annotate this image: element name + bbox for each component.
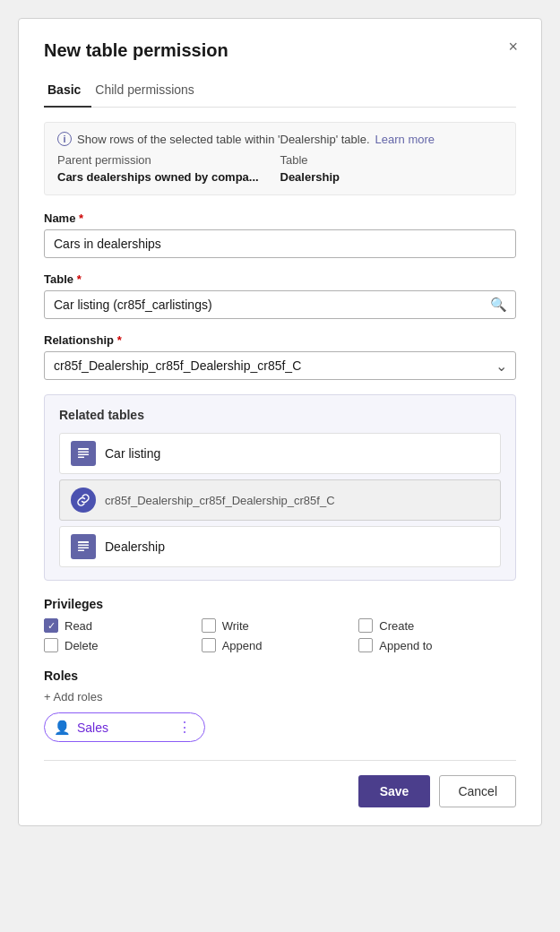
save-button[interactable]: Save bbox=[358, 775, 431, 807]
dialog-title: New table permission bbox=[44, 40, 516, 61]
delete-label: Delete bbox=[65, 639, 99, 652]
footer-actions: Save Cancel bbox=[44, 775, 516, 807]
col-header-table: Table bbox=[280, 153, 504, 168]
delete-checkbox[interactable] bbox=[44, 638, 58, 652]
privilege-delete: Delete bbox=[44, 638, 202, 652]
read-label: Read bbox=[65, 619, 92, 633]
privilege-append-to: Append to bbox=[358, 638, 516, 652]
link-icon bbox=[71, 488, 96, 513]
info-text: Show rows of the selected table within '… bbox=[77, 133, 370, 146]
privileges-grid: Read Write Create Delete Append Append t… bbox=[44, 618, 516, 652]
privileges-section: Privileges Read Write Create Delete Appe… bbox=[44, 597, 516, 652]
tab-basic[interactable]: Basic bbox=[44, 75, 91, 108]
related-table-item-dealership: Dealership bbox=[59, 526, 501, 567]
table-value: Dealership bbox=[280, 170, 504, 184]
new-table-permission-dialog: New table permission × Basic Child permi… bbox=[18, 18, 542, 826]
privilege-create: Create bbox=[358, 618, 516, 633]
close-button[interactable]: × bbox=[503, 37, 523, 56]
footer-divider bbox=[44, 760, 516, 761]
name-field-group: Name * bbox=[44, 211, 516, 258]
privileges-title: Privileges bbox=[44, 597, 516, 611]
svg-rect-1 bbox=[78, 452, 89, 453]
write-label: Write bbox=[222, 619, 249, 633]
append-label: Append bbox=[222, 639, 263, 652]
svg-rect-3 bbox=[78, 457, 84, 459]
role-sales-label: Sales bbox=[77, 721, 108, 735]
table-field-group: Table * 🔍 bbox=[44, 272, 516, 319]
name-required: * bbox=[79, 211, 83, 225]
info-box: i Show rows of the selected table within… bbox=[44, 122, 516, 195]
privilege-read: Read bbox=[44, 618, 202, 633]
role-options-icon[interactable]: ⋮ bbox=[177, 719, 192, 736]
info-icon: i bbox=[57, 132, 72, 146]
role-tag-left: 👤 Sales bbox=[54, 720, 108, 736]
table-required: * bbox=[77, 272, 82, 286]
related-table-item-car-listing: Car listing bbox=[59, 433, 501, 474]
create-checkbox[interactable] bbox=[358, 618, 373, 633]
svg-rect-7 bbox=[78, 550, 84, 552]
relationship-select[interactable]: cr85f_Dealership_cr85f_Dealership_cr85f_… bbox=[44, 351, 516, 380]
svg-rect-4 bbox=[78, 541, 89, 543]
svg-rect-6 bbox=[78, 548, 89, 549]
role-person-icon: 👤 bbox=[54, 720, 71, 736]
roles-section: Roles + Add roles 👤 Sales ⋮ bbox=[44, 669, 516, 742]
table-select-wrapper: 🔍 bbox=[44, 290, 516, 319]
dealership-table-icon bbox=[71, 534, 96, 559]
learn-more-link[interactable]: Learn more bbox=[375, 133, 435, 146]
table-input[interactable] bbox=[44, 290, 516, 319]
append-to-label: Append to bbox=[379, 639, 432, 652]
name-input[interactable] bbox=[44, 229, 516, 258]
relationship-select-wrapper: cr85f_Dealership_cr85f_Dealership_cr85f_… bbox=[44, 351, 516, 380]
car-listing-table-icon bbox=[71, 441, 96, 466]
car-listing-label: Car listing bbox=[105, 446, 160, 461]
svg-rect-2 bbox=[78, 454, 89, 456]
append-checkbox[interactable] bbox=[202, 638, 216, 652]
tabs-bar: Basic Child permissions bbox=[44, 75, 516, 108]
table-label: Table * bbox=[44, 272, 516, 286]
tab-child-permissions[interactable]: Child permissions bbox=[91, 75, 204, 108]
append-to-checkbox[interactable] bbox=[358, 638, 373, 652]
role-tag-sales: 👤 Sales ⋮ bbox=[44, 712, 205, 742]
related-tables-section: Related tables Car listing cr85f_Dealers… bbox=[44, 394, 516, 581]
cancel-button[interactable]: Cancel bbox=[439, 775, 516, 807]
svg-rect-5 bbox=[78, 545, 89, 547]
privilege-write: Write bbox=[202, 618, 359, 633]
link-label: cr85f_Dealership_cr85f_Dealership_cr85f_… bbox=[105, 494, 335, 507]
col-header-parent: Parent permission bbox=[57, 153, 280, 168]
relationship-label: Relationship * bbox=[44, 333, 516, 347]
info-table: Parent permission Table Cars dealerships… bbox=[57, 153, 503, 184]
info-header: i Show rows of the selected table within… bbox=[57, 132, 503, 146]
related-tables-title: Related tables bbox=[59, 408, 501, 422]
svg-rect-0 bbox=[78, 448, 89, 450]
add-roles-button[interactable]: + Add roles bbox=[44, 690, 102, 703]
read-checkbox[interactable] bbox=[44, 618, 58, 633]
relationship-field-group: Relationship * cr85f_Dealership_cr85f_De… bbox=[44, 333, 516, 380]
related-table-item-link: cr85f_Dealership_cr85f_Dealership_cr85f_… bbox=[59, 479, 501, 521]
parent-permission-value: Cars dealerships owned by compa... bbox=[57, 170, 280, 184]
privilege-append: Append bbox=[202, 638, 359, 652]
name-label: Name * bbox=[44, 211, 516, 225]
roles-title: Roles bbox=[44, 669, 516, 683]
create-label: Create bbox=[379, 619, 414, 633]
write-checkbox[interactable] bbox=[202, 618, 216, 633]
dealership-label: Dealership bbox=[105, 539, 165, 554]
relationship-required: * bbox=[117, 333, 122, 347]
